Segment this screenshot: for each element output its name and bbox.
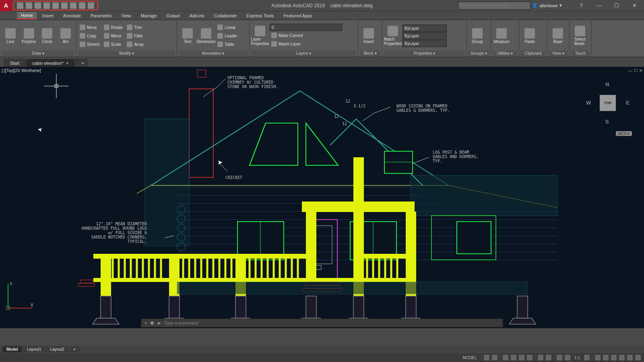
status-gear-icon[interactable] — [584, 355, 590, 360]
viewcube-top[interactable]: TOP — [600, 95, 616, 111]
layout-tab-2[interactable]: Layout2 — [46, 346, 68, 352]
linetype-dropdown[interactable]: ByLayer — [402, 40, 447, 47]
panel-title-modify[interactable]: Modify ▾ — [78, 51, 175, 56]
status-lwt-icon[interactable] — [538, 355, 543, 360]
qat-cloud-icon[interactable] — [52, 2, 59, 9]
status-clean-icon[interactable] — [627, 355, 633, 360]
status-model[interactable]: MODEL — [461, 356, 479, 360]
qat-saveas-icon[interactable] — [43, 2, 50, 9]
maximize-button[interactable]: ☐ — [609, 0, 625, 11]
make-current-button[interactable]: Make Current — [270, 31, 356, 39]
scale-button[interactable]: Scale — [102, 40, 124, 48]
polyline-button[interactable]: Polyline — [20, 23, 38, 48]
panel-title-annotation[interactable]: Annotation ▾ — [179, 51, 248, 56]
qat-redo-icon[interactable] — [88, 2, 94, 9]
command-input[interactable]: Type a command — [164, 321, 198, 325]
copy-button[interactable]: Copy — [78, 32, 101, 40]
panel-title-draw[interactable]: Draw ▾ — [2, 51, 74, 56]
tab-featured[interactable]: Featured Apps — [279, 12, 316, 19]
tab-home[interactable]: Home — [17, 12, 37, 19]
mirror-button[interactable]: Mirror — [102, 32, 124, 40]
viewcube-n[interactable]: N — [605, 81, 609, 87]
help-search-input[interactable] — [458, 2, 530, 10]
tab-manage[interactable]: Manage — [137, 12, 161, 19]
qat-undo-icon[interactable] — [79, 2, 85, 9]
help-icon[interactable]: ? — [573, 0, 589, 11]
arc-button[interactable]: Arc — [57, 23, 74, 48]
status-workspace-icon[interactable] — [595, 355, 601, 360]
group-button[interactable]: Group — [469, 23, 486, 48]
close-tab-icon[interactable]: × — [66, 61, 68, 66]
status-snap-icon[interactable] — [492, 355, 497, 360]
lineweight-dropdown[interactable]: ByLayer — [402, 32, 447, 39]
panel-title-layers[interactable]: Layers ▾ — [251, 51, 356, 56]
stretch-button[interactable]: Stretch — [78, 40, 101, 48]
panel-title-view[interactable]: View ▾ — [549, 51, 568, 56]
cmdline-close-icon[interactable]: × — [144, 321, 147, 325]
status-osnap-icon[interactable] — [519, 355, 524, 360]
tab-addins[interactable]: Add-ins — [186, 12, 208, 19]
match-layer-button[interactable]: Match Layer — [270, 40, 356, 48]
app-logo[interactable]: A — [0, 0, 12, 11]
layer-dropdown[interactable]: 0 — [270, 24, 342, 31]
qat-plot-icon[interactable] — [61, 2, 68, 9]
panel-title-touch[interactable]: Touch — [571, 51, 590, 56]
panel-title-properties[interactable]: Properties ▾ — [384, 51, 465, 56]
panel-title-block[interactable]: Block ▾ — [360, 51, 380, 56]
insert-block-button[interactable]: Insert — [360, 23, 378, 48]
qat-save-icon[interactable] — [35, 2, 41, 9]
layout-tab-add[interactable]: + — [69, 346, 80, 352]
status-otrack-icon[interactable] — [527, 355, 533, 360]
qat-print-icon[interactable] — [70, 2, 76, 9]
viewcube-w[interactable]: W — [586, 100, 591, 106]
file-tab-doc[interactable]: cabin elevation*× — [26, 59, 74, 67]
color-dropdown[interactable]: ByLayer — [402, 25, 447, 32]
minimize-button[interactable]: — — [591, 0, 607, 11]
status-scale[interactable]: 1:1 — [573, 356, 582, 360]
qat-new-icon[interactable] — [17, 2, 23, 9]
status-hardware-icon[interactable] — [619, 355, 625, 360]
status-customize-icon[interactable] — [635, 355, 641, 360]
command-line[interactable]: × ⚙ ▶ Type a command — [141, 319, 503, 327]
array-button[interactable]: Array — [125, 40, 145, 48]
wcs-dropdown[interactable]: WCS ▾ — [616, 131, 632, 136]
select-mode-button[interactable]: Select Mode — [571, 23, 589, 48]
trim-button[interactable]: Trim — [125, 23, 145, 31]
linear-button[interactable]: Linear — [216, 23, 239, 31]
tab-collaborate[interactable]: Collaborate — [210, 12, 241, 19]
line-button[interactable]: Line — [2, 23, 19, 48]
cmdline-customize-icon[interactable]: ⚙ — [150, 321, 154, 326]
layer-properties-button[interactable]: Layer Properties — [251, 23, 269, 48]
measure-button[interactable]: Measure — [493, 23, 510, 48]
user-menu[interactable]: 👤 allenlowe ▾ — [532, 3, 562, 8]
status-polar-icon[interactable] — [511, 355, 516, 360]
layout-tab-1[interactable]: Layout1 — [23, 346, 45, 352]
status-isolate-icon[interactable] — [611, 355, 617, 360]
move-button[interactable]: Move — [78, 23, 101, 31]
drawing-canvas[interactable]: [-][Top][2D Wireframe] — ☐ ✕ ➤ — [0, 67, 644, 328]
leader-button[interactable]: Leader — [216, 32, 239, 40]
tab-insert[interactable]: Insert — [38, 12, 58, 19]
text-button[interactable]: Text — [179, 23, 196, 48]
panel-title-utilities[interactable]: Utilities ▾ — [493, 51, 517, 56]
status-cycling-icon[interactable] — [557, 355, 562, 360]
rotate-button[interactable]: Rotate — [102, 23, 124, 31]
layout-tab-model[interactable]: Model — [2, 346, 22, 352]
viewcube-e[interactable]: E — [626, 100, 630, 106]
status-annoscale-icon[interactable] — [565, 355, 570, 360]
close-button[interactable]: ✕ — [626, 0, 642, 11]
status-monitor-icon[interactable] — [603, 355, 609, 360]
file-tab-new[interactable]: + — [75, 59, 87, 67]
tab-parametric[interactable]: Parametric — [87, 12, 116, 19]
tab-view[interactable]: View — [118, 12, 135, 19]
status-ortho-icon[interactable] — [503, 355, 508, 360]
paste-button[interactable]: Paste — [521, 23, 539, 48]
file-tab-start[interactable]: Start — [4, 59, 25, 67]
panel-title-groups[interactable]: Groups ▾ — [469, 51, 489, 56]
panel-title-clipboard[interactable]: Clipboard — [521, 51, 545, 56]
circle-button[interactable]: Circle — [39, 23, 56, 48]
viewcube-s[interactable]: S — [605, 119, 609, 125]
match-properties-button[interactable]: Match Properties — [384, 23, 402, 48]
tab-output[interactable]: Output — [163, 12, 184, 19]
tab-annotate[interactable]: Annotate — [59, 12, 85, 19]
